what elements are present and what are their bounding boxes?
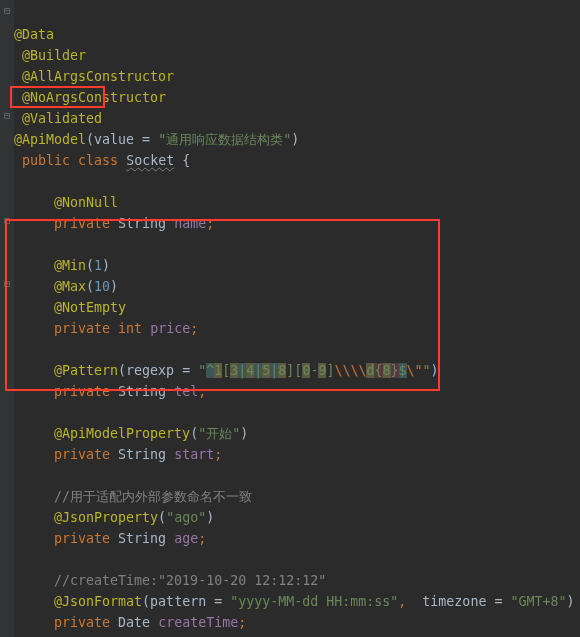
regex-escq: \" xyxy=(407,363,423,378)
annotation-nonnull: @NonNull xyxy=(54,195,118,210)
code-editor[interactable]: ⊟ ⊟ ⊟ ⊟ @Data @Builder @AllArgsConstruct… xyxy=(0,0,580,210)
kw-private: private xyxy=(54,531,110,546)
kw-class: class xyxy=(78,153,118,168)
field-price: price xyxy=(150,321,190,336)
type-int: int xyxy=(118,321,142,336)
field-tel: tel xyxy=(174,384,198,399)
gutter: ⊟ ⊟ ⊟ ⊟ xyxy=(0,0,14,637)
annotation-apimodel: @ApiModel xyxy=(14,132,86,147)
kw-public: public xyxy=(22,153,70,168)
fold-icon[interactable]: ⊟ xyxy=(2,6,12,16)
field-createtime: createTime xyxy=(158,615,238,630)
min-val: 1 xyxy=(94,258,102,273)
type-string: String xyxy=(118,531,166,546)
apimodel-value-str: "通用响应数据结构类" xyxy=(158,132,291,147)
kw-private: private xyxy=(54,321,110,336)
jsonprop-val: "ago" xyxy=(166,510,206,525)
regex-rcur: } xyxy=(391,363,399,378)
annotation-pattern: @Pattern xyxy=(54,363,118,378)
type-date: Date xyxy=(118,615,150,630)
kw-private: private xyxy=(54,615,110,630)
attr-timezone: timezone xyxy=(422,594,486,609)
fold-icon[interactable]: ⊟ xyxy=(2,279,12,289)
annotation-allargs: @AllArgsConstructor xyxy=(22,69,174,84)
field-start: start xyxy=(174,447,214,462)
regex-8b: 8 xyxy=(383,363,391,378)
annotation-builder: @Builder xyxy=(22,48,86,63)
annotation-apimodelproperty: @ApiModelProperty xyxy=(54,426,190,441)
annotation-noargs: @NoArgsConstructor xyxy=(22,90,166,105)
comment-createtime: //createTime:"2019-10-20 12:12:12" xyxy=(54,573,326,588)
fold-icon[interactable]: ⊟ xyxy=(2,111,12,121)
kw-private: private xyxy=(54,384,110,399)
apimodelprop-val: "开始" xyxy=(198,426,240,441)
annotation-min: @Min xyxy=(54,258,86,273)
annotation-jsonformat: @JsonFormat xyxy=(54,594,142,609)
type-string: String xyxy=(118,447,166,462)
annotation-notempty: @NotEmpty xyxy=(54,300,126,315)
annotation-validated: @Validated xyxy=(22,111,102,126)
comment-alias: //用于适配内外部参数命名不一致 xyxy=(54,489,252,504)
type-string: String xyxy=(118,384,166,399)
kw-private: private xyxy=(54,216,110,231)
jsonformat-pattern-val: "yyyy-MM-dd HH:mm:ss" xyxy=(230,594,398,609)
regex-dollar: $ xyxy=(399,363,407,378)
kw-private: private xyxy=(54,447,110,462)
class-name: Socket xyxy=(126,153,174,168)
annotation-data: @Data xyxy=(14,27,54,42)
field-age: age xyxy=(174,531,198,546)
code-area[interactable]: @Data @Builder @AllArgsConstructor @NoAr… xyxy=(14,3,574,637)
jsonformat-tz-val: "GMT+8" xyxy=(510,594,566,609)
regex-lcur: { xyxy=(374,363,382,378)
attr-regexp: regexp xyxy=(126,363,174,378)
attr-value: value xyxy=(94,132,134,147)
attr-pattern: pattern xyxy=(150,594,206,609)
annotation-jsonproperty: @JsonProperty xyxy=(54,510,158,525)
field-name: name xyxy=(174,216,206,231)
regex-caret: ^ xyxy=(206,363,214,378)
fold-icon[interactable]: ⊟ xyxy=(2,216,12,226)
regex-bsbs: \\\\ xyxy=(334,363,366,378)
max-val: 10 xyxy=(94,279,110,294)
brace-open: { xyxy=(182,153,190,168)
annotation-max: @Max xyxy=(54,279,86,294)
type-string: String xyxy=(118,216,166,231)
